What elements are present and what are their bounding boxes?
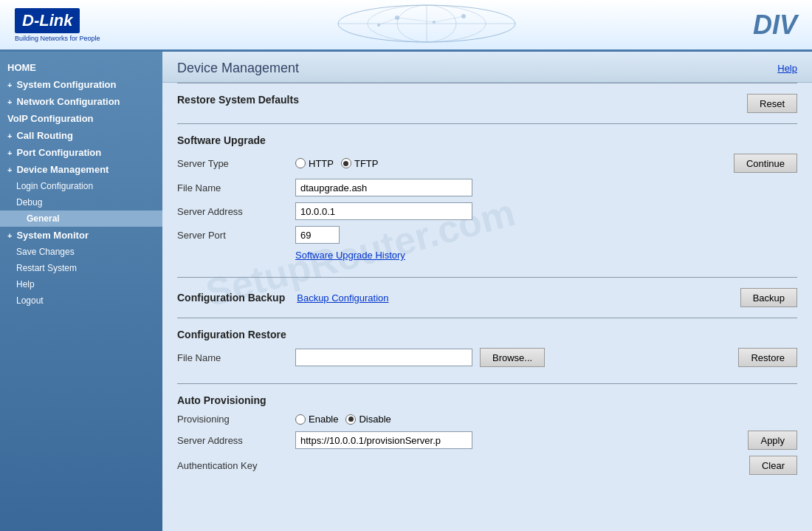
sidebar-item-general[interactable]: General xyxy=(0,210,162,227)
sidebar-item-system-config[interactable]: + System Configuration xyxy=(0,76,162,93)
logo-tagline: Building Networks for People xyxy=(15,35,100,42)
tftp-label: TFTP xyxy=(354,158,379,169)
sidebar-item-voip-config[interactable]: VoIP Configuration xyxy=(0,110,162,127)
disable-radio[interactable]: Disable xyxy=(345,414,390,425)
restore-button[interactable]: Restore xyxy=(738,348,797,367)
provisioning-label: Provisioning xyxy=(177,414,295,425)
backup-title: Configuration Backup xyxy=(177,292,285,304)
content-inner: Restore System Defaults Reset Software U… xyxy=(162,83,812,506)
sidebar-item-help[interactable]: Help xyxy=(0,276,162,292)
http-radio[interactable]: HTTP xyxy=(295,158,334,169)
provision-server-label: Server Address xyxy=(177,435,295,446)
expand-icon: + xyxy=(7,231,12,240)
software-upgrade-title: Software Upgrade xyxy=(177,134,797,146)
restore-row: Restore System Defaults Reset xyxy=(177,94,797,113)
config-restore-section: Configuration Restore File Name Browse..… xyxy=(177,318,797,383)
logo: D-Link Building Networks for People xyxy=(15,8,100,42)
restore-title: Restore System Defaults xyxy=(177,94,747,106)
restore-file-row: File Name Browse... Restore xyxy=(177,348,797,367)
svg-line-11 xyxy=(379,18,397,25)
sidebar-label-help: Help xyxy=(16,279,35,290)
logo-text: D-Link xyxy=(22,11,72,30)
clear-button[interactable]: Clear xyxy=(749,456,797,475)
tftp-radio[interactable]: TFTP xyxy=(341,158,379,169)
sidebar-item-debug[interactable]: Debug xyxy=(0,194,162,210)
sidebar-label-port-config: Port Configuration xyxy=(16,147,101,158)
software-upgrade-section: Software Upgrade Server Type HTTP TFTP xyxy=(177,123,797,277)
config-backup-section: Configuration Backup Backup Configuratio… xyxy=(177,277,797,318)
file-name-input[interactable] xyxy=(295,179,472,196)
sidebar-label-network-config: Network Configuration xyxy=(16,96,120,107)
expand-icon: + xyxy=(7,148,12,157)
help-link[interactable]: Help xyxy=(777,63,797,74)
page-title-bar: Device Management Help xyxy=(162,52,812,83)
disable-label: Disable xyxy=(359,414,390,425)
auto-provisioning-section: Auto Provisioning Provisioning Enable Di… xyxy=(177,383,797,491)
provisioning-row: Provisioning Enable Disable xyxy=(177,414,797,425)
browse-button[interactable]: Browse... xyxy=(480,348,545,367)
auth-key-label: Authentication Key xyxy=(177,460,295,471)
sidebar-item-network-config[interactable]: + Network Configuration xyxy=(0,93,162,110)
sidebar-item-logout[interactable]: Logout xyxy=(0,292,162,309)
sidebar: HOME + System Configuration + Network Co… xyxy=(0,52,162,531)
sidebar-label-system-config: System Configuration xyxy=(16,79,116,90)
brand-name: DIV xyxy=(753,10,797,41)
sidebar-item-save-changes[interactable]: Save Changes xyxy=(0,244,162,260)
server-type-label: Server Type xyxy=(177,158,295,169)
server-address-label: Server Address xyxy=(177,206,295,217)
sidebar-label-system-monitor: System Monitor xyxy=(16,230,89,241)
continue-button[interactable]: Continue xyxy=(734,154,797,173)
server-type-row: Server Type HTTP TFTP Continue xyxy=(177,154,797,173)
disable-radio-circle xyxy=(345,414,356,425)
header: D-Link Building Networks for People DIV xyxy=(0,0,812,52)
sidebar-label-restart-system: Restart System xyxy=(16,263,77,273)
file-name-row: File Name xyxy=(177,179,797,196)
restore-file-input[interactable] xyxy=(295,349,472,366)
sidebar-label-call-routing: Call Routing xyxy=(16,130,73,141)
restore-config-title: Configuration Restore xyxy=(177,329,797,340)
history-link[interactable]: Software Upgrade History xyxy=(295,250,405,261)
expand-icon: + xyxy=(7,131,12,140)
sidebar-label-save-changes: Save Changes xyxy=(16,247,75,257)
expand-icon: + xyxy=(7,165,12,174)
auth-key-row: Authentication Key Clear xyxy=(177,456,797,475)
server-port-input[interactable] xyxy=(295,226,340,244)
reset-button[interactable]: Reset xyxy=(747,94,797,113)
tftp-radio-circle xyxy=(341,158,351,168)
expand-icon: + xyxy=(7,97,12,106)
sidebar-item-home[interactable]: HOME xyxy=(0,59,162,76)
provision-server-row: Server Address Apply xyxy=(177,431,797,450)
backup-button[interactable]: Backup xyxy=(740,288,797,307)
provision-server-input[interactable] xyxy=(295,431,472,449)
file-name-label: File Name xyxy=(177,182,295,193)
sidebar-item-system-monitor[interactable]: + System Monitor xyxy=(0,227,162,244)
server-address-input[interactable] xyxy=(295,202,472,220)
sidebar-label-voip-config: VoIP Configuration xyxy=(7,113,94,124)
server-address-row: Server Address xyxy=(177,202,797,220)
enable-radio[interactable]: Enable xyxy=(295,414,338,425)
sidebar-label-login-config: Login Configuration xyxy=(16,181,93,191)
sidebar-item-call-routing[interactable]: + Call Routing xyxy=(0,127,162,144)
sidebar-item-port-config[interactable]: + Port Configuration xyxy=(0,144,162,161)
sidebar-item-login-config[interactable]: Login Configuration xyxy=(0,178,162,194)
backup-row: Configuration Backup Backup Configuratio… xyxy=(177,288,797,307)
header-map xyxy=(100,1,753,48)
backup-link[interactable]: Backup Configuration xyxy=(297,292,388,304)
http-radio-circle xyxy=(295,158,306,168)
page-title: Device Management xyxy=(177,61,299,76)
sidebar-label-logout: Logout xyxy=(16,295,44,306)
svg-line-10 xyxy=(434,16,464,22)
sidebar-item-device-mgmt[interactable]: + Device Management xyxy=(0,161,162,178)
sidebar-label-general: General xyxy=(27,213,60,224)
history-row: Software Upgrade History xyxy=(177,250,797,261)
svg-line-9 xyxy=(397,18,434,22)
server-port-label: Server Port xyxy=(177,230,295,241)
apply-button[interactable]: Apply xyxy=(748,431,797,450)
sidebar-item-restart-system[interactable]: Restart System xyxy=(0,260,162,276)
expand-icon: + xyxy=(7,80,12,89)
enable-label: Enable xyxy=(309,414,338,425)
server-port-row: Server Port xyxy=(177,226,797,244)
http-label: HTTP xyxy=(309,158,334,169)
content-area: SetupRouter.com Device Management Help R… xyxy=(162,52,812,531)
auto-provision-title: Auto Provisioning xyxy=(177,394,797,406)
